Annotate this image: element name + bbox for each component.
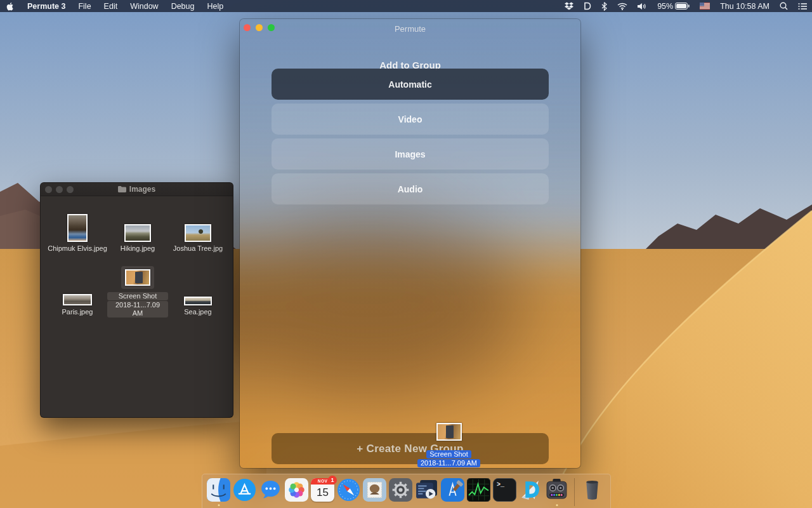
finder-window-title: Images [118, 185, 155, 194]
finder-title-text: Images [129, 185, 155, 194]
finder-zoom-button[interactable] [67, 186, 74, 193]
file-name: Screen Shot 2018-11...7.09 AM [107, 291, 168, 318]
permute-running-indicator [556, 504, 558, 506]
apple-menu[interactable] [0, 0, 21, 12]
file-thumbnail [124, 224, 151, 242]
input-source-flag-icon[interactable] [695, 0, 715, 12]
volume-icon[interactable] [632, 0, 652, 12]
menu-window[interactable]: Window [124, 0, 164, 12]
dock-xcode-icon[interactable] [441, 478, 464, 502]
file-name: Chipmuk Elvis.jpeg [48, 244, 107, 253]
group-video-button[interactable]: Video [272, 104, 549, 135]
file-screen-shot-selected[interactable]: Screen Shot 2018-11...7.09 AM [107, 266, 168, 318]
permute-minimize-button[interactable] [256, 24, 263, 31]
dock-photos-icon[interactable] [285, 478, 308, 502]
file-chipmuk-elvis[interactable]: Chipmuk Elvis.jpeg [47, 208, 108, 253]
create-new-group-button[interactable]: + Create New Group [272, 433, 549, 464]
finder-minimize-button[interactable] [56, 186, 63, 193]
dock-mail-icon[interactable] [363, 478, 386, 502]
file-name: Paris.jpeg [62, 308, 93, 316]
dock-activity-monitor-icon[interactable] [467, 478, 490, 502]
group-audio-button[interactable]: Audio [272, 173, 549, 204]
dock-script-editor-icon[interactable] [415, 478, 438, 502]
group-list: Automatic Video Images Audio [272, 69, 549, 208]
terminal-icon-body: >_ [493, 478, 516, 502]
finder-titlebar[interactable]: Images [41, 183, 233, 196]
apple-logo-icon [6, 2, 15, 11]
permute-titlebar[interactable]: Permute [240, 19, 580, 36]
menu-clock[interactable]: Thu 10:58 AM [715, 0, 775, 12]
finder-window: Images Chipmuk Elvis.jpeg Hiking.jpeg Jo… [40, 182, 233, 418]
battery-percent-label: 95% [657, 2, 673, 11]
menu-bar: Permute 3 File Edit Window Debug Help [0, 0, 812, 12]
battery-status[interactable]: 95% [652, 0, 695, 12]
desktop: Permute 3 File Edit Window Debug Help [0, 0, 812, 508]
selection-highlight [121, 266, 154, 289]
menu-bar-status: 95% Thu 10:58 AM [560, 0, 812, 12]
finder-running-indicator [218, 504, 219, 506]
menu-edit[interactable]: Edit [98, 0, 124, 12]
menu-help[interactable]: Help [200, 0, 230, 12]
dock-permute-icon[interactable] [545, 478, 568, 502]
battery-icon [675, 3, 690, 10]
file-name: Sea.jpeg [184, 308, 211, 316]
file-joshua-tree[interactable]: Joshua Tree.jpg [167, 208, 228, 253]
dock-trash-icon[interactable] [580, 478, 604, 502]
dock-calendar-icon[interactable]: NOV 15 1 [311, 478, 334, 502]
file-sea[interactable]: Sea.jpeg [167, 271, 228, 316]
calendar-notification-badge: 1 [328, 476, 337, 485]
group-images-button[interactable]: Images [272, 138, 549, 170]
dock-finder-icon[interactable] [207, 478, 230, 502]
wifi-icon[interactable] [612, 0, 632, 12]
menu-app-name[interactable]: Permute 3 [21, 0, 72, 12]
permute-window-title: Permute [395, 24, 426, 34]
file-name: Joshua Tree.jpg [173, 244, 223, 253]
file-thumbnail [184, 297, 212, 305]
finder-close-button[interactable] [45, 186, 52, 193]
menu-file[interactable]: File [72, 0, 97, 12]
dock-system-preferences-icon[interactable] [389, 478, 412, 502]
group-automatic-button[interactable]: Automatic [272, 69, 549, 100]
spotlight-icon[interactable] [775, 0, 793, 12]
file-paris[interactable]: Paris.jpeg [47, 271, 108, 316]
permute-window: Permute Add to Group Automatic Video Ima… [240, 19, 580, 468]
calendar-day-label: 15 [311, 485, 334, 501]
dock-dash-icon[interactable] [519, 478, 542, 502]
file-name: Hiking.jpeg [121, 244, 155, 253]
file-thumbnail [67, 214, 88, 242]
file-thumbnail [63, 294, 92, 305]
dash-menu-icon[interactable] [579, 0, 596, 12]
permute-zoom-button[interactable] [268, 24, 275, 31]
file-thumbnail [125, 269, 150, 286]
dock-separator [574, 478, 575, 506]
dock: NOV 15 1 [202, 474, 611, 508]
menu-bar-left: Permute 3 File Edit Window Debug Help [0, 0, 230, 12]
bluetooth-icon[interactable] [596, 0, 612, 12]
dock-terminal-icon[interactable]: >_ [493, 478, 516, 502]
permute-close-button[interactable] [244, 24, 251, 31]
file-name-line2: 2018-11...7.09 AM [107, 301, 168, 318]
dock-messages-icon[interactable] [259, 478, 282, 502]
notification-center-icon[interactable] [793, 0, 812, 12]
finder-files-area: Chipmuk Elvis.jpeg Hiking.jpeg Joshua Tr… [41, 196, 233, 417]
file-thumbnail [185, 224, 211, 242]
file-hiking[interactable]: Hiking.jpeg [107, 208, 168, 253]
dropbox-menu-icon[interactable] [560, 0, 579, 12]
dock-safari-icon[interactable] [337, 478, 360, 502]
folder-icon [118, 186, 126, 192]
menu-debug[interactable]: Debug [165, 0, 201, 12]
file-name-line1: Screen Shot [107, 292, 168, 300]
dock-app-store-icon[interactable] [233, 478, 256, 502]
